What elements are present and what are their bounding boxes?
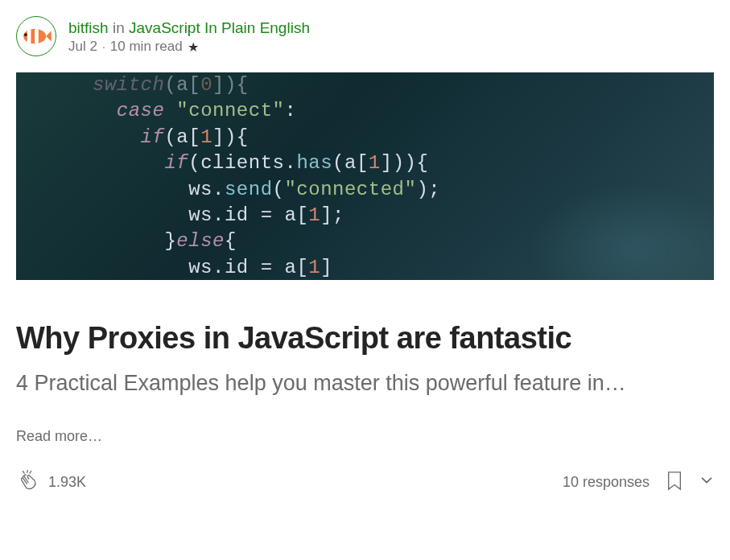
svg-rect-1 bbox=[27, 29, 31, 44]
byline-bottom: Jul 2 · 10 min read ★ bbox=[68, 39, 310, 55]
article-footer: 1.93K 10 responses bbox=[16, 469, 714, 496]
svg-point-3 bbox=[24, 33, 27, 36]
read-more-link[interactable]: Read more… bbox=[16, 428, 714, 445]
responses-link[interactable]: 10 responses bbox=[563, 474, 650, 491]
article-header: bitfish in JavaScript In Plain English J… bbox=[16, 16, 714, 56]
footer-right: 10 responses bbox=[563, 470, 714, 495]
code-snippet: switch(a[0]){ case "connect": if(a[1]){ … bbox=[16, 72, 440, 280]
clownfish-icon bbox=[21, 25, 52, 47]
byline-top: bitfish in JavaScript In Plain English bbox=[68, 18, 310, 39]
hero-glow bbox=[529, 183, 714, 280]
chevron-down-icon[interactable] bbox=[699, 473, 714, 492]
publication-link[interactable]: JavaScript In Plain English bbox=[129, 19, 310, 36]
svg-point-0 bbox=[23, 29, 46, 44]
hero-image[interactable]: switch(a[0]){ case "connect": if(a[1]){ … bbox=[16, 72, 714, 280]
svg-rect-2 bbox=[35, 29, 39, 44]
separator-dot: · bbox=[102, 40, 105, 53]
claps-container: 1.93K bbox=[16, 469, 86, 496]
bookmark-icon[interactable] bbox=[666, 470, 683, 495]
in-word: in bbox=[113, 19, 125, 36]
publish-date: Jul 2 bbox=[68, 39, 97, 55]
author-link[interactable]: bitfish bbox=[68, 19, 109, 36]
claps-count: 1.93K bbox=[48, 474, 86, 491]
author-avatar[interactable] bbox=[16, 16, 56, 56]
byline: bitfish in JavaScript In Plain English J… bbox=[68, 18, 310, 56]
article-subtitle: 4 Practical Examples help you master thi… bbox=[16, 369, 714, 397]
clap-icon[interactable] bbox=[16, 469, 39, 496]
star-icon: ★ bbox=[188, 39, 199, 55]
read-time: 10 min read bbox=[110, 39, 183, 55]
article-title[interactable]: Why Proxies in JavaScript are fantastic bbox=[16, 320, 714, 357]
